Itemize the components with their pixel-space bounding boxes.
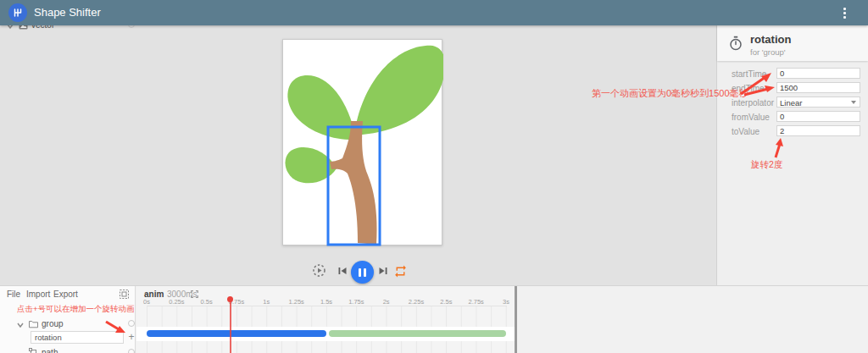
arrow-to-plus-button bbox=[104, 319, 128, 336]
rotation-animation-block[interactable] bbox=[147, 330, 326, 337]
path-icon bbox=[29, 348, 38, 353]
layer-row-path[interactable]: path bbox=[0, 346, 136, 353]
bottom-panel: File Import Export vector bbox=[0, 285, 868, 353]
overflow-menu-icon[interactable] bbox=[837, 4, 851, 21]
trunk bbox=[330, 121, 377, 245]
tovalue-input[interactable] bbox=[776, 125, 860, 136]
field-row-tovalue: toValue bbox=[717, 125, 868, 139]
inspector-panel: rotation for 'group' startTime endTime i… bbox=[716, 25, 868, 285]
menu-import[interactable]: Import bbox=[26, 290, 50, 299]
tick-label: 0s bbox=[143, 298, 150, 306]
app-window: Shape Shifter bbox=[0, 0, 868, 353]
tovalue-label: toValue bbox=[732, 127, 760, 136]
annotation-rotation-note: 旋转2度 bbox=[751, 159, 782, 171]
interpolator-select[interactable]: Linear bbox=[776, 97, 860, 108]
timeline-scrollbar[interactable] bbox=[515, 286, 517, 353]
path-animation-block[interactable] bbox=[329, 330, 506, 337]
chevron-down-icon bbox=[851, 101, 856, 104]
leaf-large bbox=[354, 46, 443, 135]
plant-artwork bbox=[283, 40, 443, 246]
inspector-subtitle: for 'group' bbox=[750, 47, 786, 57]
tick-label: 2.5s bbox=[440, 298, 452, 306]
chevron-down-icon[interactable] bbox=[16, 321, 25, 329]
tick-label: 3s bbox=[503, 298, 509, 306]
app-bar: Shape Shifter bbox=[0, 0, 868, 25]
path-layer-label: path bbox=[42, 348, 58, 353]
folder-icon bbox=[29, 320, 38, 328]
endtime-input[interactable] bbox=[776, 82, 860, 93]
skip-previous-icon[interactable] bbox=[337, 266, 348, 276]
playhead-line bbox=[230, 301, 231, 353]
tick-label: 2.75s bbox=[468, 298, 483, 306]
artboard-canvas[interactable] bbox=[282, 39, 442, 245]
fromvalue-input[interactable] bbox=[776, 111, 860, 122]
select-all-icon[interactable] bbox=[120, 290, 129, 299]
field-row-fromvalue: fromValue bbox=[717, 111, 868, 124]
slow-motion-icon[interactable] bbox=[312, 263, 326, 278]
inspector-header: rotation for 'group' bbox=[717, 25, 868, 61]
animate-target-icon[interactable] bbox=[128, 349, 135, 353]
tick-label: 1s bbox=[263, 298, 270, 306]
interpolator-value: Linear bbox=[780, 98, 802, 108]
arrow-to-tovalue bbox=[770, 137, 787, 159]
animate-target-icon[interactable] bbox=[128, 320, 135, 327]
timer-icon bbox=[728, 36, 743, 51]
playback-controls bbox=[305, 259, 415, 286]
arrow-to-endtime bbox=[743, 83, 778, 98]
tick-label: 1.25s bbox=[288, 298, 303, 306]
timeline: anim 3000ms 0s0.25s0.5s0.75s1s1.25s1.5s1… bbox=[136, 286, 515, 353]
inspector-title: rotation bbox=[750, 33, 791, 46]
fromvalue-label: fromValue bbox=[732, 113, 770, 122]
app-logo bbox=[8, 3, 27, 22]
shifter-icon bbox=[13, 8, 23, 18]
annotation-add-note: 点击+号可以在增加一个旋转动画 bbox=[17, 304, 135, 315]
starttime-input[interactable] bbox=[776, 68, 860, 79]
repeat-icon[interactable] bbox=[393, 264, 408, 279]
annotation-timing-note: 第一个动画设置为0毫秒秒到1500毫秒 bbox=[592, 87, 748, 100]
tick-label: 1.5s bbox=[320, 298, 332, 306]
pause-button[interactable] bbox=[351, 261, 374, 284]
tick-label: 0.5s bbox=[201, 298, 213, 306]
tick-label: 1.75s bbox=[348, 298, 364, 306]
timeline-ticks: 0s0.25s0.5s0.75s1s1.25s1.5s1.75s2s2.25s2… bbox=[136, 298, 515, 306]
expand-timeline-icon[interactable] bbox=[191, 290, 198, 298]
menu-export[interactable]: Export bbox=[53, 290, 78, 299]
skip-next-icon[interactable] bbox=[378, 266, 388, 276]
tick-label: 2s bbox=[383, 298, 390, 306]
leaf-middle bbox=[287, 75, 356, 140]
menu-file[interactable]: File bbox=[7, 290, 20, 299]
app-title: Shape Shifter bbox=[34, 0, 101, 25]
group-layer-label: group bbox=[42, 319, 64, 328]
tick-label: 2.25s bbox=[409, 298, 424, 306]
tick-label: 0.25s bbox=[169, 298, 184, 306]
